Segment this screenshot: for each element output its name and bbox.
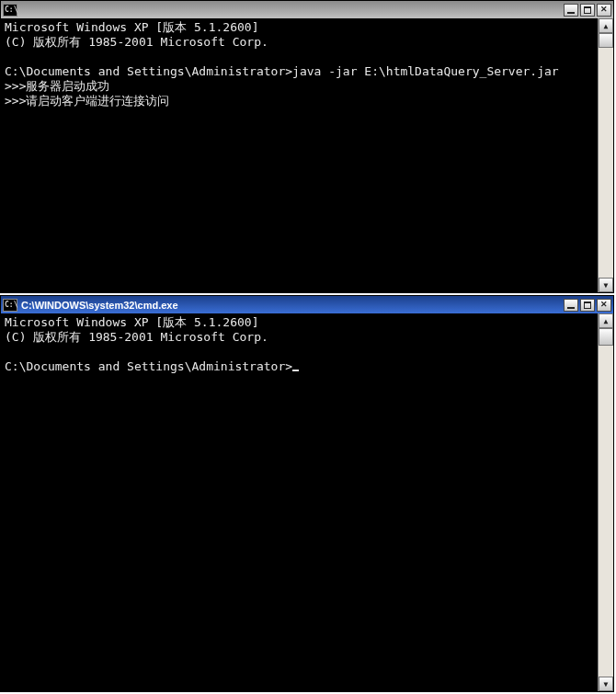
maximize-button[interactable]	[580, 4, 595, 17]
titlebar-2[interactable]: C:\ C:\WINDOWS\system32\cmd.exe	[1, 296, 613, 313]
titlebar-1[interactable]: C:\	[1, 1, 613, 18]
cmd-icon: C:\	[3, 299, 17, 312]
scroll-thumb-2[interactable]	[599, 328, 613, 346]
title-left-1: C:\	[3, 4, 21, 17]
scrollbar-2: ▲ ▼	[598, 313, 613, 691]
scroll-track-1[interactable]	[599, 33, 613, 278]
maximize-button[interactable]	[580, 299, 595, 312]
scroll-up-button[interactable]: ▲	[599, 18, 613, 33]
scrollbar-1: ▲ ▼	[598, 18, 613, 292]
minimize-button[interactable]	[564, 299, 578, 312]
terminal-output-2[interactable]: Microsoft Windows XP [版本 5.1.2600] (C) 版…	[1, 313, 598, 691]
title-left-2: C:\ C:\WINDOWS\system32\cmd.exe	[3, 299, 178, 312]
window-buttons-2	[564, 299, 611, 312]
minimize-button[interactable]	[564, 4, 578, 17]
cmd-window-2: C:\ C:\WINDOWS\system32\cmd.exe Microsof…	[0, 295, 614, 692]
scroll-up-button[interactable]: ▲	[599, 313, 613, 328]
close-button[interactable]	[597, 4, 611, 17]
scroll-thumb-1[interactable]	[599, 33, 613, 48]
scroll-down-button[interactable]: ▼	[599, 677, 613, 691]
scroll-track-2[interactable]	[599, 328, 613, 677]
close-button[interactable]	[597, 299, 611, 312]
cmd-icon: C:\	[3, 4, 17, 17]
client-area-2: Microsoft Windows XP [版本 5.1.2600] (C) 版…	[1, 313, 613, 691]
scroll-down-button[interactable]: ▼	[599, 278, 613, 292]
client-area-1: Microsoft Windows XP [版本 5.1.2600] (C) 版…	[1, 18, 613, 292]
window-title-2: C:\WINDOWS\system32\cmd.exe	[21, 300, 178, 311]
window-buttons-1	[564, 4, 611, 17]
cursor	[292, 370, 299, 371]
terminal-output-1[interactable]: Microsoft Windows XP [版本 5.1.2600] (C) 版…	[1, 18, 598, 292]
cmd-window-1: C:\ Microsoft Windows XP [版本 5.1.2600] (…	[0, 0, 614, 293]
